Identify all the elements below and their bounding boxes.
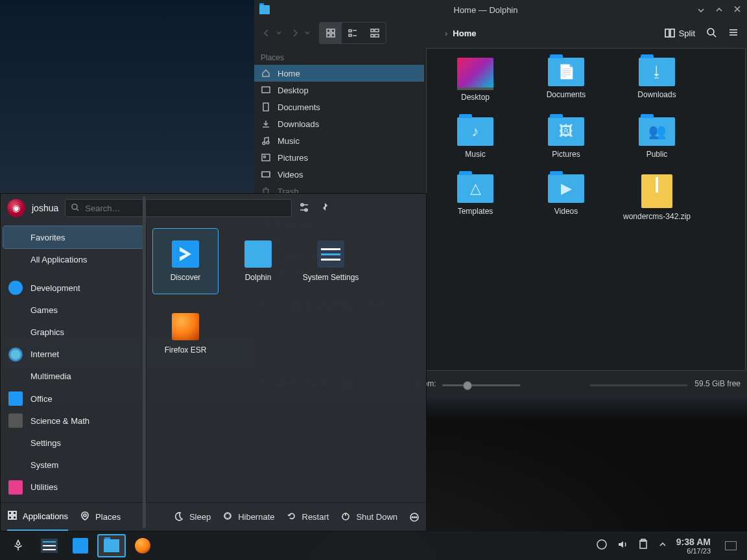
category-label: Science & Math xyxy=(30,416,89,426)
folder-icon: ♪ xyxy=(457,117,493,146)
back-history-button[interactable] xyxy=(274,22,284,44)
file-item[interactable]: 📄Documents xyxy=(530,58,602,102)
places-videos[interactable]: Videos xyxy=(254,166,424,183)
tray-expand-icon[interactable] xyxy=(658,540,667,551)
category-graphics[interactable]: Graphics xyxy=(3,321,143,344)
user-name: joshua xyxy=(32,203,58,213)
search-field[interactable] xyxy=(65,199,292,217)
pictures-icon xyxy=(261,153,271,162)
icons-view-button[interactable] xyxy=(320,23,342,43)
volume-icon[interactable] xyxy=(617,539,628,552)
footer-tab-places[interactable]: Places xyxy=(80,503,121,531)
file-item[interactable]: ▶Videos xyxy=(530,174,602,221)
file-item[interactable]: △Templates xyxy=(440,174,511,221)
clipboard-icon[interactable] xyxy=(637,539,649,552)
show-desktop-button[interactable] xyxy=(725,541,737,550)
forward-history-button[interactable] xyxy=(302,22,313,44)
svg-rect-2 xyxy=(327,34,330,37)
places-item-label: Downloads xyxy=(278,119,319,129)
keyboard-icon[interactable] xyxy=(596,539,608,552)
app-launcher-button[interactable] xyxy=(4,534,32,557)
task-discover[interactable] xyxy=(66,534,95,557)
favorite-system-settings[interactable]: System Settings xyxy=(298,229,363,294)
category-system[interactable]: System xyxy=(3,454,143,476)
category-utilities[interactable]: Utilities xyxy=(3,476,143,498)
split-button[interactable]: Split xyxy=(665,28,695,38)
forward-button[interactable] xyxy=(287,22,303,44)
task-dolphin[interactable] xyxy=(97,534,126,557)
action-sleep[interactable]: Sleep xyxy=(174,511,211,523)
favorite-discover[interactable]: Discover xyxy=(153,229,218,294)
task-systemsettings[interactable] xyxy=(35,534,64,557)
category-office[interactable]: Office xyxy=(3,388,143,410)
breadcrumb-home[interactable]: Home xyxy=(453,29,476,38)
svg-rect-7 xyxy=(375,29,379,32)
file-item[interactable]: wondercms-342.zip xyxy=(621,174,693,221)
category-all-applications[interactable]: All Applications xyxy=(3,248,143,270)
footer-tab-applications[interactable]: Applications xyxy=(7,503,68,531)
scrollbar[interactable] xyxy=(143,222,146,502)
category-icon xyxy=(8,480,23,495)
action-restart[interactable]: Restart xyxy=(287,511,329,523)
svg-point-16 xyxy=(267,141,269,144)
places-item-label: Pictures xyxy=(278,153,308,163)
file-item[interactable]: ♪Music xyxy=(440,117,511,159)
places-downloads[interactable]: Downloads xyxy=(254,115,424,132)
favorite-firefox-esr[interactable]: Firefox ESR xyxy=(153,301,218,366)
settings-sliders-icon[interactable] xyxy=(298,202,310,215)
home-icon xyxy=(261,69,271,78)
folder-icon xyxy=(457,58,493,89)
hamburger-menu-icon[interactable] xyxy=(728,27,739,40)
folder-icon: ⭳ xyxy=(639,58,675,86)
category-science-math[interactable]: Science & Math xyxy=(3,410,143,432)
favorites-grid: DiscoverDolphinSystem SettingsFirefox ES… xyxy=(147,222,426,502)
zip-icon xyxy=(641,174,672,208)
task-firefox[interactable] xyxy=(128,534,157,557)
action-label: Hibernate xyxy=(238,512,274,522)
action-icon xyxy=(222,511,233,523)
svg-rect-10 xyxy=(665,29,669,37)
category-label: Favorites xyxy=(30,233,65,242)
category-games[interactable]: Games xyxy=(3,299,143,321)
details-view-button[interactable] xyxy=(364,23,386,43)
file-item[interactable]: ⭳Downloads xyxy=(621,58,693,102)
minimize-icon[interactable] xyxy=(696,5,706,16)
category-label: Graphics xyxy=(30,327,64,337)
back-button[interactable] xyxy=(258,22,275,44)
search-icon[interactable] xyxy=(706,27,717,40)
file-item[interactable]: 👥Public xyxy=(621,117,693,159)
file-grid[interactable]: Desktop📄Documents⭳Downloads♪Music🖼Pictur… xyxy=(426,48,746,371)
category-favorites[interactable]: Favorites xyxy=(3,226,143,248)
compact-view-button[interactable] xyxy=(342,23,364,43)
file-item[interactable]: Desktop xyxy=(440,58,511,102)
places-pictures[interactable]: Pictures xyxy=(254,149,424,166)
places-documents[interactable]: Documents xyxy=(254,99,424,115)
svg-rect-13 xyxy=(262,87,270,93)
more-actions-button[interactable] xyxy=(409,512,420,522)
places-music[interactable]: Music xyxy=(254,132,424,149)
places-home[interactable]: Home xyxy=(254,65,424,82)
user-avatar[interactable]: ◉ xyxy=(7,199,25,217)
category-icon xyxy=(8,391,23,406)
places-desktop[interactable]: Desktop xyxy=(254,82,424,99)
desktop-icon xyxy=(261,86,271,95)
search-input[interactable] xyxy=(85,204,286,213)
maximize-icon[interactable] xyxy=(715,5,724,16)
file-item[interactable]: 🖼Pictures xyxy=(530,117,602,159)
favorite-dolphin[interactable]: Dolphin xyxy=(226,229,290,294)
pin-icon[interactable] xyxy=(319,202,331,215)
split-label: Split xyxy=(679,29,695,38)
close-icon[interactable] xyxy=(733,5,742,16)
category-icon xyxy=(8,230,23,244)
clock[interactable]: 9:38 AM 6/17/23 xyxy=(676,537,711,555)
category-multimedia[interactable]: Multimedia xyxy=(3,366,143,388)
breadcrumb[interactable]: › Home xyxy=(393,29,662,38)
svg-point-31 xyxy=(84,514,86,517)
action-shut-down[interactable]: Shut Down xyxy=(340,511,397,523)
zoom-slider[interactable] xyxy=(442,384,520,386)
category-development[interactable]: Development xyxy=(3,277,143,299)
category-internet[interactable]: Internet xyxy=(3,344,143,366)
action-hibernate[interactable]: Hibernate xyxy=(222,511,274,523)
svg-rect-30 xyxy=(13,516,16,519)
category-settings[interactable]: Settings xyxy=(3,432,143,454)
